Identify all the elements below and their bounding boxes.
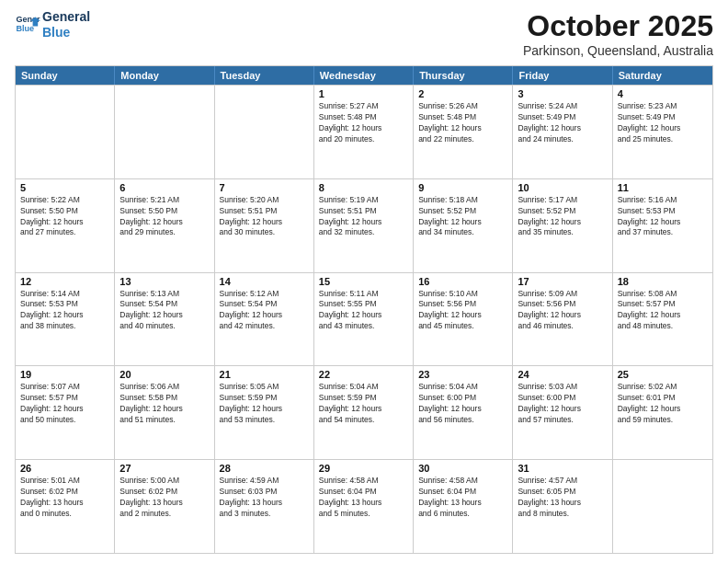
day-info-28: Sunrise: 4:59 AM Sunset: 6:03 PM Dayligh… [220,476,309,520]
day-info-6: Sunrise: 5:21 AM Sunset: 5:50 PM Dayligh… [119,195,209,239]
logo: General Blue General Blue [15,9,90,40]
week-row-4: 19Sunrise: 5:07 AM Sunset: 5:57 PM Dayli… [16,365,712,459]
day-number-23: 23 [418,369,507,380]
month-title: October 2025 [523,9,713,43]
svg-text:Blue: Blue [16,24,34,33]
col-thursday: Thursday [414,66,513,85]
day-number-22: 22 [319,369,408,380]
day-number-16: 16 [418,276,507,287]
day-25: 25Sunrise: 5:02 AM Sunset: 6:01 PM Dayli… [613,366,712,459]
calendar: Sunday Monday Tuesday Wednesday Thursday… [15,65,713,554]
day-number-31: 31 [518,463,607,474]
day-number-3: 3 [518,88,607,99]
day-number-12: 12 [20,276,109,287]
day-info-24: Sunrise: 5:03 AM Sunset: 6:00 PM Dayligh… [518,382,607,426]
empty-cell [613,460,712,553]
empty-cell [215,86,314,178]
day-number-25: 25 [618,369,708,380]
day-8: 8Sunrise: 5:19 AM Sunset: 5:51 PM Daylig… [314,179,414,272]
week-row-2: 5Sunrise: 5:22 AM Sunset: 5:50 PM Daylig… [16,178,712,272]
day-info-8: Sunrise: 5:19 AM Sunset: 5:51 PM Dayligh… [319,195,408,239]
day-21: 21Sunrise: 5:05 AM Sunset: 5:59 PM Dayli… [215,366,314,459]
col-monday: Monday [115,66,214,85]
day-20: 20Sunrise: 5:06 AM Sunset: 5:58 PM Dayli… [115,366,214,459]
day-31: 31Sunrise: 4:57 AM Sunset: 6:05 PM Dayli… [513,460,612,553]
day-info-14: Sunrise: 5:12 AM Sunset: 5:54 PM Dayligh… [220,289,309,333]
day-15: 15Sunrise: 5:11 AM Sunset: 5:55 PM Dayli… [314,273,414,366]
day-30: 30Sunrise: 4:58 AM Sunset: 6:04 PM Dayli… [414,460,513,553]
day-number-21: 21 [220,369,309,380]
day-7: 7Sunrise: 5:20 AM Sunset: 5:51 PM Daylig… [215,179,314,272]
day-info-16: Sunrise: 5:10 AM Sunset: 5:56 PM Dayligh… [418,289,507,333]
logo-icon: General Blue [15,12,40,38]
day-info-21: Sunrise: 5:05 AM Sunset: 5:59 PM Dayligh… [220,382,309,426]
day-1: 1Sunrise: 5:27 AM Sunset: 5:48 PM Daylig… [314,86,414,178]
day-number-28: 28 [220,463,309,474]
day-number-14: 14 [220,276,309,287]
day-number-24: 24 [518,369,607,380]
day-info-29: Sunrise: 4:58 AM Sunset: 6:04 PM Dayligh… [319,476,408,520]
day-number-29: 29 [319,463,408,474]
col-sunday: Sunday [16,66,115,85]
day-16: 16Sunrise: 5:10 AM Sunset: 5:56 PM Dayli… [414,273,513,366]
day-number-26: 26 [20,463,109,474]
day-info-3: Sunrise: 5:24 AM Sunset: 5:49 PM Dayligh… [518,101,607,145]
day-13: 13Sunrise: 5:13 AM Sunset: 5:54 PM Dayli… [115,273,214,366]
day-info-12: Sunrise: 5:14 AM Sunset: 5:53 PM Dayligh… [20,289,109,333]
day-number-10: 10 [518,182,607,193]
day-info-10: Sunrise: 5:17 AM Sunset: 5:52 PM Dayligh… [518,195,607,239]
day-29: 29Sunrise: 4:58 AM Sunset: 6:04 PM Dayli… [314,460,414,553]
calendar-body: 1Sunrise: 5:27 AM Sunset: 5:48 PM Daylig… [16,85,712,553]
day-10: 10Sunrise: 5:17 AM Sunset: 5:52 PM Dayli… [513,179,612,272]
day-info-22: Sunrise: 5:04 AM Sunset: 5:59 PM Dayligh… [319,382,408,426]
day-14: 14Sunrise: 5:12 AM Sunset: 5:54 PM Dayli… [215,273,314,366]
col-tuesday: Tuesday [215,66,314,85]
day-info-18: Sunrise: 5:08 AM Sunset: 5:57 PM Dayligh… [618,289,708,333]
day-number-30: 30 [418,463,507,474]
day-info-1: Sunrise: 5:27 AM Sunset: 5:48 PM Dayligh… [319,101,408,145]
empty-cell [16,86,115,178]
day-info-5: Sunrise: 5:22 AM Sunset: 5:50 PM Dayligh… [20,195,109,239]
day-info-23: Sunrise: 5:04 AM Sunset: 6:00 PM Dayligh… [418,382,507,426]
logo-general: General [42,9,90,25]
day-info-25: Sunrise: 5:02 AM Sunset: 6:01 PM Dayligh… [618,382,708,426]
day-number-8: 8 [319,182,408,193]
day-number-7: 7 [220,182,309,193]
day-info-15: Sunrise: 5:11 AM Sunset: 5:55 PM Dayligh… [319,289,408,333]
day-26: 26Sunrise: 5:01 AM Sunset: 6:02 PM Dayli… [16,460,115,553]
day-4: 4Sunrise: 5:23 AM Sunset: 5:49 PM Daylig… [613,86,712,178]
day-number-13: 13 [119,276,209,287]
day-2: 2Sunrise: 5:26 AM Sunset: 5:48 PM Daylig… [414,86,513,178]
day-28: 28Sunrise: 4:59 AM Sunset: 6:03 PM Dayli… [215,460,314,553]
day-info-20: Sunrise: 5:06 AM Sunset: 5:58 PM Dayligh… [119,382,209,426]
day-number-1: 1 [319,88,408,99]
location-subtitle: Parkinson, Queensland, Australia [523,43,713,58]
day-6: 6Sunrise: 5:21 AM Sunset: 5:50 PM Daylig… [115,179,214,272]
day-info-13: Sunrise: 5:13 AM Sunset: 5:54 PM Dayligh… [119,289,209,333]
logo-blue: Blue [42,25,90,40]
day-number-11: 11 [618,182,708,193]
day-info-27: Sunrise: 5:00 AM Sunset: 6:02 PM Dayligh… [119,476,209,520]
day-24: 24Sunrise: 5:03 AM Sunset: 6:00 PM Dayli… [513,366,612,459]
day-info-2: Sunrise: 5:26 AM Sunset: 5:48 PM Dayligh… [418,101,507,145]
day-info-11: Sunrise: 5:16 AM Sunset: 5:53 PM Dayligh… [618,195,708,239]
day-number-17: 17 [518,276,607,287]
day-info-9: Sunrise: 5:18 AM Sunset: 5:52 PM Dayligh… [418,195,507,239]
day-12: 12Sunrise: 5:14 AM Sunset: 5:53 PM Dayli… [16,273,115,366]
day-18: 18Sunrise: 5:08 AM Sunset: 5:57 PM Dayli… [613,273,712,366]
day-number-9: 9 [418,182,507,193]
day-23: 23Sunrise: 5:04 AM Sunset: 6:00 PM Dayli… [414,366,513,459]
day-27: 27Sunrise: 5:00 AM Sunset: 6:02 PM Dayli… [115,460,214,553]
col-saturday: Saturday [613,66,712,85]
day-number-18: 18 [618,276,708,287]
day-number-20: 20 [119,369,209,380]
col-wednesday: Wednesday [314,66,414,85]
week-row-1: 1Sunrise: 5:27 AM Sunset: 5:48 PM Daylig… [16,85,712,178]
day-5: 5Sunrise: 5:22 AM Sunset: 5:50 PM Daylig… [16,179,115,272]
week-row-5: 26Sunrise: 5:01 AM Sunset: 6:02 PM Dayli… [16,459,712,553]
page: General Blue General Blue October 2025 P… [0,0,728,563]
day-9: 9Sunrise: 5:18 AM Sunset: 5:52 PM Daylig… [414,179,513,272]
day-number-15: 15 [319,276,408,287]
day-number-5: 5 [20,182,109,193]
day-number-27: 27 [119,463,209,474]
